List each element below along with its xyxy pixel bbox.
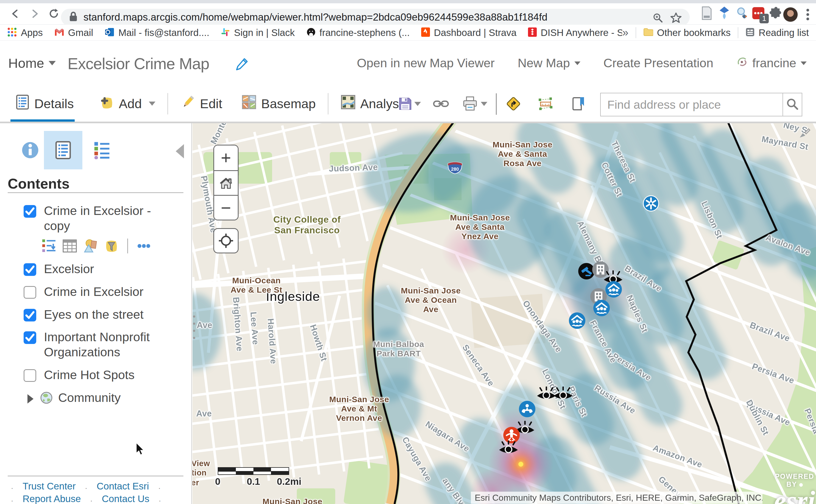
- layer-table-icon[interactable]: [63, 239, 77, 253]
- zoom-controls: + −: [213, 145, 239, 220]
- highway-shield-icon[interactable]: 280: [447, 161, 463, 175]
- layer-checkbox[interactable]: [24, 286, 36, 299]
- url-text[interactable]: stanford.maps.arcgis.com/home/webmap/vie…: [83, 12, 547, 23]
- bookmark-item[interactable]: Dashboard | Strava: [421, 27, 516, 38]
- tab-details[interactable]: Details: [15, 94, 74, 113]
- print-button[interactable]: [462, 96, 478, 112]
- map-label: Muni-BalboaPark BART: [373, 340, 424, 358]
- other-bookmarks-button[interactable]: Other bookmarks: [643, 27, 731, 38]
- extension-lastpass-icon[interactable]: 1: [751, 6, 765, 20]
- community-icon[interactable]: [569, 312, 586, 330]
- avatar[interactable]: [783, 7, 798, 22]
- content-tab-icon[interactable]: [44, 131, 82, 169]
- chevron-down-icon: [574, 61, 580, 65]
- bookmark-item[interactable]: Sign in | Slack: [221, 27, 295, 38]
- layer-checkbox[interactable]: [24, 205, 36, 218]
- layer-label[interactable]: Crime Hot Spots: [44, 368, 135, 383]
- layer-checkbox[interactable]: [24, 369, 36, 382]
- new-map-menu[interactable]: New Map: [518, 56, 580, 70]
- measure-icon[interactable]: [537, 96, 554, 112]
- save-button[interactable]: [397, 96, 413, 112]
- forward-icon[interactable]: [26, 5, 43, 22]
- add-icon: [99, 94, 114, 113]
- layer-legend-icon[interactable]: [42, 239, 57, 253]
- divider: [167, 93, 168, 114]
- zoom-page-icon[interactable]: [651, 11, 664, 24]
- zoom-out-button[interactable]: −: [214, 195, 238, 220]
- home-menu[interactable]: Home: [8, 41, 56, 86]
- browser-menu-icon[interactable]: [802, 7, 813, 22]
- bookmarks-tool-icon[interactable]: [571, 96, 587, 112]
- layer-label[interactable]: Important Nonprofit Organizations: [44, 330, 176, 360]
- footer-link[interactable]: Contact Us: [102, 493, 149, 504]
- svg-text:280: 280: [451, 167, 459, 172]
- layer-checkbox[interactable]: [24, 263, 36, 276]
- share-link-icon[interactable]: [433, 96, 449, 112]
- layer-checkbox[interactable]: [24, 331, 36, 344]
- layer-label[interactable]: Eyes on the street: [44, 307, 144, 322]
- layer-label[interactable]: Community: [58, 390, 121, 405]
- community-icon[interactable]: [605, 281, 622, 299]
- eye-icon[interactable]: [552, 387, 574, 402]
- esri-logo: POWERED BY esri: [774, 472, 815, 504]
- print-menu-caret[interactable]: [480, 96, 488, 112]
- reload-icon[interactable]: [46, 5, 62, 22]
- edit-button[interactable]: Edit: [180, 94, 222, 113]
- bookmark-item[interactable]: francine-stephens (...: [306, 27, 410, 38]
- panel-resize-handle[interactable]: [193, 315, 195, 339]
- more-options-icon[interactable]: [137, 243, 151, 249]
- layer-label[interactable]: Excelsior: [44, 262, 94, 277]
- footer-link[interactable]: Contact Esri: [97, 481, 149, 492]
- add-button[interactable]: Add: [99, 94, 156, 113]
- layer-label[interactable]: Crime in Excelsior - copy: [44, 203, 176, 234]
- expand-caret-icon[interactable]: [27, 394, 33, 404]
- layer-label[interactable]: Crime in Excelsior: [44, 284, 144, 299]
- extensions-puzzle-icon[interactable]: [769, 6, 783, 20]
- layer-filter-icon[interactable]: [104, 239, 119, 253]
- extension-lens-bird-icon[interactable]: [735, 6, 749, 20]
- layer-item: Crime in Excelsior: [0, 281, 191, 303]
- save-menu-caret[interactable]: [413, 96, 422, 112]
- layer-style-icon[interactable]: [83, 239, 98, 253]
- bookmark-star-icon[interactable]: [669, 11, 683, 24]
- create-presentation-link[interactable]: Create Presentation: [603, 56, 713, 70]
- collapse-panel-icon[interactable]: [176, 144, 184, 158]
- bookmarks-overflow-icon[interactable]: »: [622, 26, 628, 39]
- find-my-location-button[interactable]: [213, 228, 239, 253]
- back-icon[interactable]: [7, 5, 24, 22]
- apps-button[interactable]: Apps: [7, 27, 43, 38]
- map-label: View: [192, 459, 210, 468]
- map-label: Ave: [197, 320, 212, 330]
- layer-checkbox[interactable]: [24, 309, 36, 321]
- directions-icon[interactable]: [505, 96, 522, 112]
- bookmarks-bar: Apps GmailMail - fis@stanford....Sign in…: [0, 25, 816, 41]
- extension-doc-icon[interactable]: [700, 6, 714, 20]
- map-canvas[interactable]: Judson AveMuni-San JoseAve & SantaRosa A…: [192, 123, 816, 504]
- extension-drop-icon[interactable]: [717, 6, 731, 20]
- home-extent-button[interactable]: [214, 170, 238, 195]
- bookmark-item[interactable]: Gmail: [54, 27, 93, 38]
- footer-link[interactable]: Trust Center: [23, 481, 76, 492]
- legend-tab-icon[interactable]: [82, 131, 121, 169]
- search-input[interactable]: [601, 93, 783, 116]
- open-map-viewer-link[interactable]: Open in new Map Viewer: [357, 56, 495, 70]
- edit-pointer-icon[interactable]: [798, 127, 811, 141]
- footer-link[interactable]: Report Abuse: [23, 493, 81, 504]
- community-icon[interactable]: [593, 299, 610, 318]
- zoom-in-button[interactable]: +: [214, 145, 238, 170]
- bookmark-item[interactable]: DISH Anywhere - S...: [528, 27, 622, 38]
- edit-title-icon[interactable]: [235, 58, 248, 72]
- reading-list-button[interactable]: Reading list: [745, 27, 809, 38]
- scale-bar: 00.10.2mi: [218, 467, 289, 487]
- caring-hands-icon[interactable]: [519, 401, 536, 419]
- search-button[interactable]: [783, 93, 802, 116]
- about-info-icon[interactable]: [11, 131, 49, 169]
- url-bar[interactable]: stanford.maps.arcgis.com/home/webmap/vie…: [61, 9, 690, 26]
- layer-tools: [0, 237, 191, 258]
- eye-icon[interactable]: [498, 441, 519, 457]
- basemap-button[interactable]: Basemap: [241, 94, 316, 113]
- medic-icon[interactable]: [643, 195, 659, 213]
- bookmark-item[interactable]: Mail - fis@stanford....: [105, 27, 209, 38]
- tab-strip[interactable]: [0, 0, 816, 3]
- user-menu[interactable]: francine: [736, 56, 807, 71]
